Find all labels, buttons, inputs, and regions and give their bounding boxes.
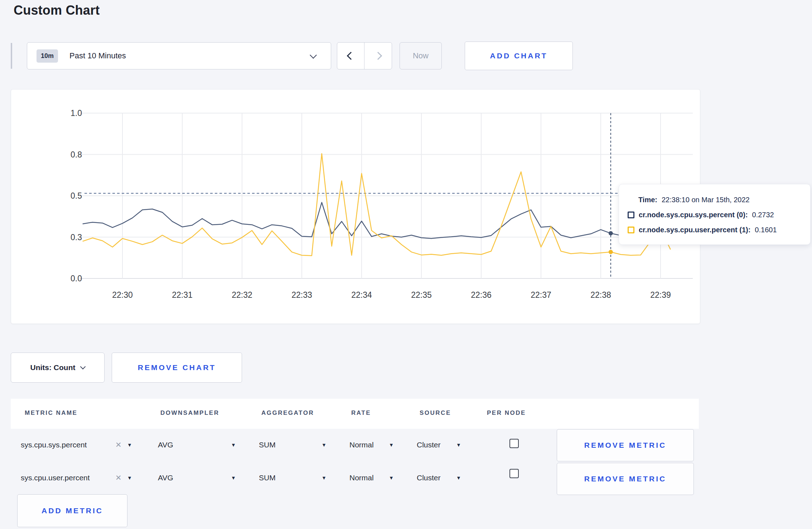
y-axis-tick-label: 0.0 (71, 274, 82, 283)
remove-chart-button[interactable]: REMOVE CHART (112, 353, 242, 383)
source-select[interactable]: Cluster (417, 441, 441, 449)
rate-select[interactable]: Normal (349, 441, 374, 449)
metric-name-value[interactable]: sys.cpu.user.percent (21, 474, 90, 482)
rate-caret-icon[interactable]: ▼ (389, 442, 394, 448)
col-header-source: SOURCE (420, 409, 451, 417)
series-sys-legend-icon (628, 212, 634, 218)
x-axis-tick-label: 22:35 (411, 290, 432, 300)
x-axis-tick-label: 22:39 (650, 290, 671, 300)
time-nav-group (337, 42, 392, 69)
source-select[interactable]: Cluster (417, 474, 441, 482)
aggregator-caret-icon[interactable]: ▼ (322, 442, 327, 448)
tooltip-time-value: 22:38:10 on Mar 15th, 2022 (662, 196, 750, 204)
y-axis-tick-label: 0.8 (71, 150, 82, 159)
prev-interval-button[interactable] (337, 43, 364, 69)
aggregator-caret-icon[interactable]: ▼ (322, 475, 327, 481)
x-axis-tick-label: 22:32 (232, 290, 252, 300)
add-chart-button[interactable]: ADD CHART (465, 42, 573, 70)
x-axis-tick-label: 22:30 (112, 290, 133, 300)
metric-name-value[interactable]: sys.cpu.sys.percent (21, 441, 87, 449)
y-axis-tick-label: 0.3 (71, 233, 82, 242)
downsampler-select[interactable]: AVG (158, 441, 173, 449)
chart-panel: 0.00.30.50.81.022:3022:3122:3222:3322:34… (11, 89, 700, 324)
x-axis-tick-label: 22:37 (531, 290, 551, 300)
clear-metric-icon[interactable]: ✕ (115, 474, 122, 482)
now-button[interactable]: Now (400, 42, 442, 69)
chart-tooltip: Time: 22:38:10 on Mar 15th, 2022 cr.node… (619, 184, 811, 245)
series-line-0 (83, 203, 671, 239)
metrics-table-header: METRIC NAME DOWNSAMPLER AGGREGATOR RATE … (11, 399, 699, 429)
time-range-label: Past 10 Minutes (69, 51, 126, 60)
x-axis-tick-label: 22:33 (291, 290, 312, 300)
hover-point-1 (609, 250, 613, 254)
col-header-per-node: PER NODE (487, 409, 526, 417)
metric-dropdown-caret-icon[interactable]: ▼ (127, 442, 132, 448)
units-label: Units: Count (30, 363, 76, 372)
x-axis-tick-label: 22:36 (471, 290, 492, 300)
downsampler-caret-icon[interactable]: ▼ (231, 475, 236, 481)
aggregator-select[interactable]: SUM (259, 474, 276, 482)
col-header-metric-name: METRIC NAME (25, 409, 77, 417)
tooltip-series-value: 0.1601 (755, 226, 777, 234)
timeseries-chart[interactable]: 0.00.30.50.81.022:3022:3122:3222:3322:34… (11, 89, 701, 324)
time-range-badge: 10m (37, 49, 58, 63)
remove-metric-button[interactable]: REMOVE METRIC (557, 463, 694, 495)
col-header-downsampler: DOWNSAMPLER (160, 409, 219, 417)
rate-caret-icon[interactable]: ▼ (389, 475, 394, 481)
tooltip-time-label: Time: (638, 196, 657, 204)
units-select[interactable]: Units: Count (11, 353, 105, 383)
source-caret-icon[interactable]: ▼ (456, 442, 461, 448)
tooltip-series-label: cr.node.sys.cpu.user.percent (1): (639, 226, 750, 234)
col-header-rate: RATE (351, 409, 371, 417)
chevron-down-icon (80, 364, 86, 369)
per-node-checkbox[interactable] (509, 469, 519, 478)
aggregator-select[interactable]: SUM (259, 441, 276, 449)
remove-metric-button[interactable]: REMOVE METRIC (557, 429, 694, 461)
page-title: Custom Chart (14, 3, 100, 18)
rate-select[interactable]: Normal (349, 474, 374, 482)
tooltip-series-value: 0.2732 (752, 211, 774, 219)
x-axis-tick-label: 22:31 (172, 290, 193, 300)
now-label: Now (413, 51, 429, 60)
hover-point-0 (609, 231, 613, 236)
add-metric-button[interactable]: ADD METRIC (17, 494, 127, 527)
series-user-legend-icon (628, 227, 634, 233)
x-axis-tick-label: 22:34 (351, 290, 372, 300)
chevron-right-icon (374, 52, 382, 60)
clear-metric-icon[interactable]: ✕ (115, 441, 122, 449)
chevron-down-icon (310, 52, 317, 59)
next-interval-button[interactable] (364, 43, 392, 69)
time-range-select[interactable]: 10m Past 10 Minutes (27, 42, 331, 69)
toolbar-divider (11, 43, 12, 69)
per-node-checkbox[interactable] (509, 439, 519, 448)
y-axis-tick-label: 1.0 (71, 108, 82, 118)
downsampler-select[interactable]: AVG (158, 474, 173, 482)
x-axis-tick-label: 22:38 (590, 290, 611, 300)
chevron-left-icon (347, 52, 355, 60)
downsampler-caret-icon[interactable]: ▼ (231, 442, 236, 448)
col-header-aggregator: AGGREGATOR (261, 409, 314, 417)
y-axis-tick-label: 0.5 (71, 191, 82, 200)
metric-dropdown-caret-icon[interactable]: ▼ (127, 475, 132, 481)
source-caret-icon[interactable]: ▼ (456, 475, 461, 481)
tooltip-series-label: cr.node.sys.cpu.sys.percent (0): (639, 211, 748, 219)
series-line-1 (83, 154, 671, 256)
